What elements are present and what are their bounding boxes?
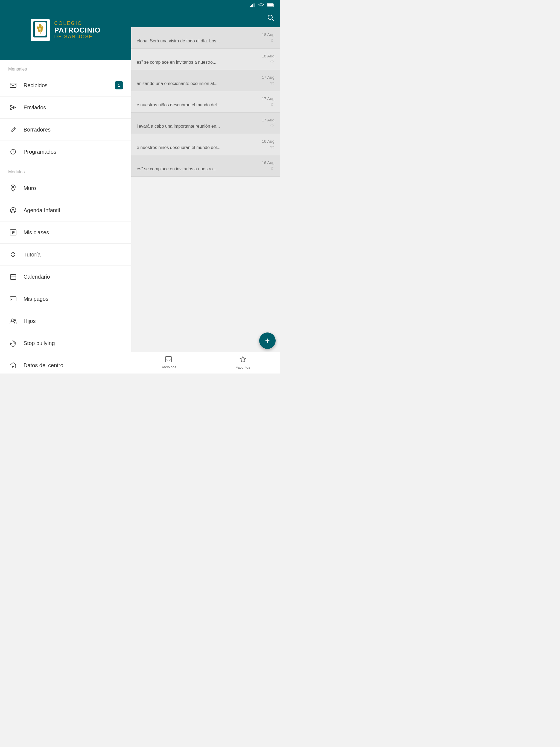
svg-point-18	[12, 209, 14, 210]
sidebar-item-borradores[interactable]: Borradores	[0, 119, 131, 141]
message-date: 18 Aug	[137, 54, 275, 58]
sidebar-item-tutoria[interactable]: Tutoría	[0, 243, 131, 266]
send-icon	[8, 103, 18, 112]
svg-line-36	[272, 19, 274, 21]
message-preview: llevará a cabo una importante reunión en…	[137, 124, 275, 129]
favorites-star-icon	[239, 356, 246, 364]
message-date: 16 Aug	[137, 139, 275, 144]
muro-label: Muro	[24, 185, 36, 191]
logo-icon	[31, 19, 50, 41]
enviados-label: Enviados	[24, 104, 46, 111]
message-item[interactable]: 16 Aug e nuestros niños descubran el mun…	[131, 134, 280, 155]
svg-rect-33	[12, 366, 14, 368]
message-preview: es" se complace en invitarlos a nuestro.…	[137, 166, 275, 172]
datos-del-centro-label: Datos del centro	[24, 362, 63, 368]
hijos-label: Hijos	[24, 318, 35, 324]
svg-rect-2	[252, 4, 253, 7]
svg-rect-27	[10, 297, 16, 301]
star-icon[interactable]: ☆	[270, 165, 275, 172]
section-mensajes-label: Mensajes	[0, 60, 131, 74]
star-icon[interactable]: ☆	[270, 37, 275, 44]
borradores-label: Borradores	[24, 127, 51, 133]
message-item[interactable]: 18 Aug elona. Será una visira de todo el…	[131, 27, 280, 49]
tab-favoritos[interactable]: Favoritos	[206, 356, 280, 369]
sidebar-item-muro[interactable]: Muro	[0, 177, 131, 199]
sidebar-item-calendario[interactable]: Calendario	[0, 266, 131, 288]
recibidos-tab-label: Recibidos	[160, 365, 176, 369]
message-date: 18 Aug	[137, 32, 275, 37]
agenda-infantil-label: Agenda Infantil	[24, 207, 60, 213]
sidebar: COLEGIO PATROCINIO DE SAN JOSÉ Mensajes …	[0, 0, 131, 374]
message-preview: anizando una emocionante excursión al...	[137, 81, 275, 86]
logo-patrocinio: PATROCINIO	[54, 26, 100, 34]
star-icon[interactable]: ☆	[270, 144, 275, 150]
card-icon	[8, 294, 18, 304]
mis-pagos-label: Mis pagos	[24, 296, 48, 302]
svg-rect-37	[166, 357, 172, 362]
tab-recibidos[interactable]: Recibidos	[131, 356, 206, 369]
tutoria-label: Tutoría	[24, 252, 41, 258]
svg-rect-29	[11, 299, 12, 300]
sidebar-item-agenda-infantil[interactable]: Agenda Infantil	[0, 199, 131, 222]
home-icon	[8, 360, 18, 370]
inbox-icon	[165, 356, 172, 364]
svg-rect-0	[250, 6, 251, 7]
svg-point-16	[12, 186, 14, 188]
programados-label: Programados	[24, 149, 56, 155]
status-bar	[127, 0, 280, 11]
logo-colegio: COLEGIO	[54, 21, 100, 26]
signal-icon	[250, 3, 255, 8]
svg-rect-23	[10, 275, 16, 279]
stop-bullying-label: Stop bullying	[24, 340, 55, 346]
message-list: 18 Aug elona. Será una visira de todo el…	[131, 27, 280, 374]
sidebar-item-stop-bullying[interactable]: Stop bullying	[0, 332, 131, 354]
bottom-tab-bar: Recibidos Favoritos	[131, 352, 280, 374]
recibidos-label: Recibidos	[24, 82, 48, 88]
star-icon[interactable]: ☆	[270, 58, 275, 65]
message-date: 17 Aug	[137, 75, 275, 80]
svg-rect-1	[251, 5, 252, 7]
svg-rect-14	[10, 83, 16, 87]
main-content: 18 Aug elona. Será una visira de todo el…	[131, 0, 280, 374]
sidebar-content: Mensajes Recibidos 1	[0, 60, 131, 374]
message-item[interactable]: 17 Aug anizando una emocionante excursió…	[131, 70, 280, 91]
message-item[interactable]: 18 Aug es" se complace en invitarlos a n…	[131, 49, 280, 70]
sidebar-item-mis-clases[interactable]: Mis clases	[0, 222, 131, 243]
star-icon[interactable]: ☆	[270, 101, 275, 107]
people-icon	[8, 316, 18, 326]
sidebar-header: COLEGIO PATROCINIO DE SAN JOSÉ	[0, 0, 131, 60]
hand-icon	[8, 338, 18, 348]
location-icon	[8, 183, 18, 193]
star-icon[interactable]: ☆	[270, 122, 275, 129]
section-modulos-label: Módulos	[0, 163, 131, 177]
message-item[interactable]: 16 Aug es" se complace en invitarlos a n…	[131, 155, 280, 177]
mis-clases-label: Mis clases	[24, 229, 49, 236]
sidebar-item-enviados[interactable]: Enviados	[0, 97, 131, 119]
list-icon	[8, 228, 18, 237]
compose-fab[interactable]: +	[259, 333, 276, 349]
message-preview: e nuestros niños descubran el mundo del.…	[137, 145, 275, 150]
message-date: 17 Aug	[137, 96, 275, 101]
message-preview: elona. Será una visira de todo el día. L…	[137, 38, 275, 44]
message-item[interactable]: 17 Aug e nuestros niños descubran el mun…	[131, 91, 280, 113]
arrows-icon	[8, 250, 18, 259]
svg-rect-3	[254, 3, 255, 7]
message-item[interactable]: 17 Aug llevará a cabo una importante reu…	[131, 113, 280, 134]
edit-icon	[8, 125, 18, 134]
battery-icon	[267, 3, 275, 8]
sidebar-item-hijos[interactable]: Hijos	[0, 310, 131, 332]
svg-point-35	[268, 15, 272, 19]
svg-point-9	[39, 24, 42, 28]
face-icon	[8, 205, 18, 215]
message-date: 16 Aug	[137, 160, 275, 165]
sidebar-item-datos-del-centro[interactable]: Datos del centro	[0, 354, 131, 374]
search-button[interactable]	[267, 14, 275, 24]
sidebar-item-programados[interactable]: Programados	[0, 141, 131, 163]
calendar-icon	[8, 272, 18, 282]
star-icon[interactable]: ☆	[270, 80, 275, 86]
logo-container: COLEGIO PATROCINIO DE SAN JOSÉ	[31, 19, 100, 41]
message-date: 17 Aug	[137, 118, 275, 122]
mail-icon	[8, 80, 18, 90]
sidebar-item-recibidos[interactable]: Recibidos 1	[0, 74, 131, 97]
sidebar-item-mis-pagos[interactable]: Mis pagos	[0, 288, 131, 310]
